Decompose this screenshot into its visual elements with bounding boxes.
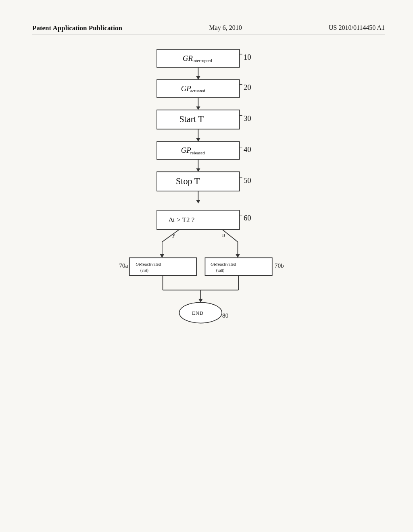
page: Patent Application Publication May 6, 20…: [0, 0, 413, 532]
header-patent-number: US 2010/0114450 A1: [329, 24, 385, 31]
header: Patent Application Publication May 6, 20…: [32, 24, 385, 35]
flowchart-wrapper: GR interrupted 10 GP actuated 20 Start T…: [96, 39, 321, 390]
header-publication-label: Patent Application Publication: [32, 24, 122, 32]
flowchart-spacer: [96, 39, 321, 390]
header-date: May 6, 2010: [209, 24, 242, 31]
